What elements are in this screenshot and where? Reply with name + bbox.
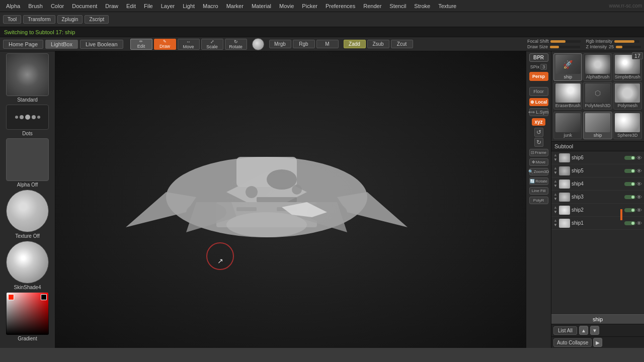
- subtool-toggle-ship1[interactable]: [624, 221, 635, 225]
- list-all-down-arrow[interactable]: ▼: [590, 326, 599, 335]
- menu-preferences[interactable]: Preferences: [321, 2, 359, 10]
- scale-tool-btn[interactable]: ⤢ Scale: [201, 39, 223, 50]
- auto-collapse-arrow[interactable]: ▶: [593, 338, 602, 347]
- lsym-button[interactable]: ⟺ L.Sym: [529, 108, 548, 116]
- subtool-toggle-ship6[interactable]: [624, 156, 635, 160]
- brush-item-ship2[interactable]: ship: [583, 112, 612, 139]
- xyz-button[interactable]: xyz: [532, 118, 545, 126]
- subtool-eye-ship2[interactable]: 👁: [636, 207, 642, 213]
- ship-number-badge: 17: [632, 52, 643, 59]
- menu-marker[interactable]: Marker: [222, 2, 248, 10]
- brush-item-sphere3d[interactable]: Sphere3D: [613, 112, 642, 139]
- subtool-controls-ship4: 👁: [624, 181, 642, 187]
- zplugin-btn[interactable]: Zplugin: [57, 15, 83, 24]
- bpr-button[interactable]: BPR: [529, 53, 548, 62]
- menu-light[interactable]: Light: [179, 2, 199, 10]
- zoom3d-button[interactable]: 🔍 Zoom3D: [529, 168, 548, 175]
- menu-layer[interactable]: Layer: [157, 2, 179, 10]
- polyr-button[interactable]: PolyR: [529, 197, 548, 204]
- move-tool-btn[interactable]: ↔ Move: [178, 39, 200, 50]
- floor-button[interactable]: Floor: [529, 87, 548, 96]
- menu-alpha[interactable]: Alpha: [2, 2, 24, 10]
- menu-texture[interactable]: Texture: [434, 2, 460, 10]
- spix-value[interactable]: 3: [540, 64, 547, 70]
- rotate-right-icon-btn[interactable]: ↻: [534, 138, 543, 147]
- zscript-btn[interactable]: Zscript: [85, 15, 109, 24]
- menu-material[interactable]: Material: [248, 2, 275, 10]
- tab-lightbox[interactable]: LightBox: [45, 40, 78, 49]
- brush-item-ship[interactable]: 🚀 ship: [553, 53, 582, 81]
- subtool-eye-ship6[interactable]: 👁: [636, 155, 642, 161]
- zsub-btn[interactable]: Zsub: [367, 40, 389, 48]
- alpha-preview[interactable]: [6, 138, 49, 181]
- subtool-item-ship6[interactable]: ▲ ▼ ship6 👁: [551, 151, 644, 164]
- rotate3d-button[interactable]: 🔄 Rotate: [529, 177, 548, 185]
- subtool-toggle-ship4[interactable]: [624, 182, 635, 186]
- subtool-item-ship4[interactable]: ▲ ▼ ship4 👁: [551, 177, 644, 191]
- menu-document[interactable]: Document: [68, 2, 101, 10]
- menu-macro[interactable]: Macro: [199, 2, 222, 10]
- draw-tool-btn[interactable]: ✎ Draw: [154, 39, 176, 50]
- rgb-btn[interactable]: Rgb: [293, 40, 315, 48]
- viewport[interactable]: ↗: [55, 51, 526, 348]
- auto-collapse-button[interactable]: Auto Collapse: [553, 338, 592, 347]
- texture-preview[interactable]: [6, 190, 49, 232]
- menu-color[interactable]: Color: [47, 2, 68, 10]
- material-preview[interactable]: [6, 241, 49, 284]
- menu-stencil[interactable]: Stencil: [385, 2, 410, 10]
- ship-selected-bar[interactable]: ship: [551, 314, 644, 324]
- subtool-eye-ship5[interactable]: 👁: [636, 168, 642, 174]
- color-picker[interactable]: [6, 292, 49, 335]
- list-all-button[interactable]: List All: [553, 326, 577, 335]
- tab-live-boolean[interactable]: Live Boolean: [80, 40, 123, 49]
- menu-edit[interactable]: Edit: [122, 2, 140, 10]
- edit-tool-btn[interactable]: ✏ Edit: [130, 39, 152, 50]
- brush-preview[interactable]: [6, 53, 49, 96]
- menu-stroke[interactable]: Stroke: [410, 2, 434, 10]
- rgb-intensity-slider[interactable]: [614, 40, 639, 43]
- focal-slider[interactable]: [550, 40, 581, 43]
- up-arrow-ship6: ▲: [553, 153, 557, 157]
- svg-marker-2: [337, 192, 408, 227]
- frame-button[interactable]: ⊡ Frame: [529, 149, 548, 156]
- z-intensity-slider[interactable]: [616, 46, 641, 48]
- menu-brush[interactable]: Brush: [24, 2, 47, 10]
- tool-btn[interactable]: Tool: [3, 15, 21, 24]
- local-button[interactable]: ⊕ Local: [529, 98, 548, 106]
- dots-preview[interactable]: [6, 105, 49, 130]
- subtool-item-ship2[interactable]: ▲ ▼ ship2 👁: [551, 204, 644, 217]
- tab-home-page[interactable]: Home Page: [3, 40, 43, 49]
- brush-item-junk[interactable]: junk: [553, 112, 582, 139]
- subtool-toggle-ship3[interactable]: [624, 195, 635, 199]
- menu-picker[interactable]: Picker: [298, 2, 321, 10]
- draw-size-slider[interactable]: [550, 46, 580, 48]
- zadd-btn[interactable]: Zadd: [344, 40, 366, 48]
- move-button[interactable]: ✥ Move: [529, 158, 548, 166]
- menu-file[interactable]: File: [140, 2, 157, 10]
- brush-item-polymesh3d[interactable]: ⬡ PolyMesh3D: [583, 82, 612, 110]
- subtool-eye-ship4[interactable]: 👁: [636, 181, 642, 187]
- subtool-item-ship5[interactable]: ▲ ▼ ship5 👁: [551, 164, 644, 177]
- menu-movie[interactable]: Movie: [275, 2, 298, 10]
- brush-item-polymesh[interactable]: Polymesh: [613, 82, 642, 110]
- list-all-up-arrow[interactable]: ▲: [579, 326, 588, 335]
- rotate-left-icon-btn[interactable]: ↺: [534, 128, 543, 137]
- zcut-btn[interactable]: Zcut: [391, 40, 413, 48]
- subtool-item-ship1[interactable]: ▲ ▼ ship1 👁: [551, 217, 644, 230]
- subtool-eye-ship1[interactable]: 👁: [636, 220, 642, 226]
- m-btn[interactable]: M: [316, 40, 339, 48]
- menu-render[interactable]: Render: [359, 2, 385, 10]
- persp-button[interactable]: Persp: [529, 72, 548, 81]
- subtool-toggle-ship5[interactable]: [624, 169, 635, 173]
- transform-btn[interactable]: Transform: [23, 15, 55, 24]
- subtool-item-ship3[interactable]: ▲ ▼ ship3 👁: [551, 191, 644, 204]
- line-fill-button[interactable]: Line Fill: [529, 187, 548, 195]
- brush-item-eraserbrush[interactable]: EraserBrush: [553, 82, 582, 110]
- menu-draw[interactable]: Draw: [101, 2, 122, 10]
- rotate-tool-btn[interactable]: ↻ Rotate: [225, 39, 247, 50]
- mrgb-btn[interactable]: Mrgb: [269, 40, 291, 48]
- brush-item-alphabrush[interactable]: AlphaBrush: [583, 53, 612, 81]
- subtool-toggle-ship2[interactable]: [624, 208, 635, 212]
- subtool-eye-ship3[interactable]: 👁: [636, 194, 642, 200]
- alpha-section: Alpha Off: [6, 138, 49, 188]
